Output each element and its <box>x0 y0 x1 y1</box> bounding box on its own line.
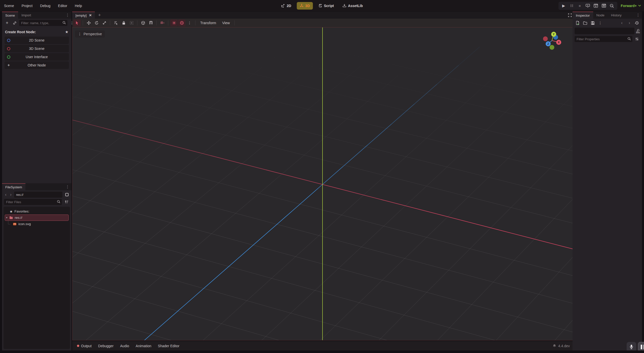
tab-inspector[interactable]: Inspector <box>573 12 593 19</box>
menu-scene[interactable]: Scene <box>4 4 14 8</box>
play-remote-debug-button[interactable] <box>585 3 591 9</box>
create-3d-scene-button[interactable]: 3D Scene <box>5 45 69 52</box>
inspector-toolbar: ⋮ ‹ › <box>573 19 642 27</box>
gizmo-neg-y[interactable] <box>550 45 554 50</box>
gizmo-z-label: Z <box>547 42 549 45</box>
view-menu[interactable]: View <box>219 19 232 26</box>
search-icon <box>627 37 631 41</box>
edit-history-icon[interactable] <box>634 20 640 26</box>
output-panel-button[interactable]: Output <box>74 343 94 349</box>
scene-dock-menu-icon[interactable]: ⋮ <box>64 12 71 19</box>
editor-2d-button[interactable]: 2D <box>278 2 294 10</box>
view-axes-gizmo[interactable]: Y X Z <box>542 29 564 51</box>
view-menu-perspective[interactable]: ⋮ Perspective <box>75 30 105 38</box>
preview-sunlight-button[interactable] <box>170 19 178 26</box>
play-custom-scene-button[interactable] <box>601 3 607 9</box>
preview-environment-button[interactable] <box>178 19 185 26</box>
favorites-row[interactable]: ★ Favorites: <box>4 208 70 215</box>
scene-filter-input[interactable] <box>19 20 67 26</box>
playbar: ▶ ■ Forward+ <box>558 0 641 11</box>
new-resource-icon[interactable] <box>575 20 581 26</box>
rotate-mode-button[interactable] <box>93 19 100 26</box>
tab-filesystem[interactable]: FileSystem <box>2 183 25 190</box>
menu-help[interactable]: Help <box>75 4 82 8</box>
gizmo-neg-x[interactable] <box>543 37 548 41</box>
sort-files-icon[interactable] <box>63 199 69 205</box>
transform-menu[interactable]: Transform <box>197 19 219 26</box>
shader-editor-panel-button[interactable]: Shader Editor <box>155 343 182 349</box>
renderer-selector[interactable]: Forward+ <box>621 4 641 8</box>
create-ui-button[interactable]: User Interface <box>5 53 69 61</box>
main-menu-bar: Scene Project Debug Editor Help 2D 3D Sc… <box>0 0 644 11</box>
res-root-row[interactable]: ▾ res:// <box>5 215 69 221</box>
tree-branch-line <box>7 221 11 227</box>
group-selected-button[interactable] <box>128 19 135 26</box>
pause-button[interactable] <box>569 3 575 9</box>
create-other-node-button[interactable]: + Other Node <box>5 61 69 69</box>
load-resource-icon[interactable] <box>582 20 588 26</box>
filesystem-menu-icon[interactable]: ⋮ <box>64 183 71 190</box>
filter-files-input[interactable] <box>4 199 62 205</box>
create-root-node-title: Create Root Node: <box>5 30 36 34</box>
open-docs-button[interactable]: DOC <box>636 29 640 33</box>
view-dots-icon: ⋮ <box>78 32 82 36</box>
chevron-expanded-icon[interactable]: ▾ <box>6 216 8 219</box>
tab-history[interactable]: History <box>608 12 625 19</box>
chevron-down-icon <box>638 5 641 7</box>
history-back-icon[interactable]: ‹ <box>619 20 625 26</box>
create-2d-scene-button[interactable]: 2D Scene <box>5 37 69 44</box>
scene-tab-empty[interactable]: [empty] × <box>72 12 95 19</box>
audio-panel-button[interactable]: Audio <box>117 343 132 349</box>
local-space-button[interactable] <box>139 19 147 26</box>
move-mode-button[interactable] <box>85 19 92 26</box>
lock-selected-button[interactable] <box>120 19 127 26</box>
tab-import[interactable]: Import <box>18 12 34 19</box>
version-label[interactable]: 4.4.dev <box>558 344 570 348</box>
movie-maker-button[interactable] <box>609 3 615 9</box>
viewport-3d[interactable]: ⋮ Perspective Y X Z <box>72 27 574 340</box>
close-tab-icon[interactable]: × <box>89 13 92 18</box>
history-forward-icon[interactable]: › <box>626 20 632 26</box>
nav-back-icon[interactable]: ‹ <box>4 192 8 198</box>
stop-button[interactable]: ■ <box>577 3 583 9</box>
property-tools-icon[interactable] <box>634 36 640 42</box>
selectable-list-button[interactable] <box>112 19 119 26</box>
add-scene-tab-button[interactable]: + <box>95 12 104 19</box>
scene-tab-label: [empty] <box>75 14 87 17</box>
notification-bell-icon[interactable] <box>553 344 556 348</box>
star-icon: ★ <box>10 209 13 214</box>
create-3d-scene-label: 3D Scene <box>5 47 69 51</box>
inspector-menu-icon[interactable]: ⋮ <box>634 12 642 19</box>
snap-mode-button[interactable] <box>147 19 154 26</box>
file-row-icon-svg[interactable]: icon.svg <box>4 221 70 227</box>
inspector-filter-row <box>573 35 642 43</box>
editor-switcher: 2D 3D Script AssetLib <box>278 0 366 11</box>
filter-properties-input[interactable] <box>575 36 632 42</box>
menu-editor[interactable]: Editor <box>58 4 67 8</box>
editor-assetlib-button[interactable]: AssetLib <box>339 2 366 10</box>
split-mode-icon[interactable] <box>64 192 70 198</box>
favorites-star-icon[interactable]: ★ <box>65 30 68 34</box>
path-input[interactable] <box>14 192 62 198</box>
instance-scene-button[interactable] <box>12 20 18 26</box>
2d-editor-icon <box>281 4 285 8</box>
menu-project[interactable]: Project <box>22 4 33 8</box>
sun-environment-menu-icon[interactable]: ⋮ <box>186 19 193 26</box>
editor-3d-button[interactable]: 3D <box>297 2 313 10</box>
animation-panel-button[interactable]: Animation <box>133 343 154 349</box>
editor-3d-label: 3D <box>305 4 310 8</box>
resource-extra-menu-icon[interactable]: ⋮ <box>597 20 603 26</box>
preview-camera-button[interactable] <box>159 19 166 26</box>
tab-node[interactable]: Node <box>593 12 608 19</box>
debugger-panel-button[interactable]: Debugger <box>95 343 116 349</box>
save-resource-icon[interactable] <box>590 20 596 26</box>
tab-scene[interactable]: Scene <box>2 12 18 19</box>
editor-script-button[interactable]: Script <box>315 2 337 10</box>
play-button[interactable]: ▶ <box>560 3 567 9</box>
play-scene-button[interactable] <box>593 3 599 9</box>
select-mode-button[interactable] <box>73 19 81 26</box>
menu-debug[interactable]: Debug <box>40 4 50 8</box>
scale-mode-button[interactable] <box>101 19 108 26</box>
nav-forward-icon[interactable]: › <box>9 192 13 198</box>
add-node-button[interactable]: + <box>4 20 10 26</box>
